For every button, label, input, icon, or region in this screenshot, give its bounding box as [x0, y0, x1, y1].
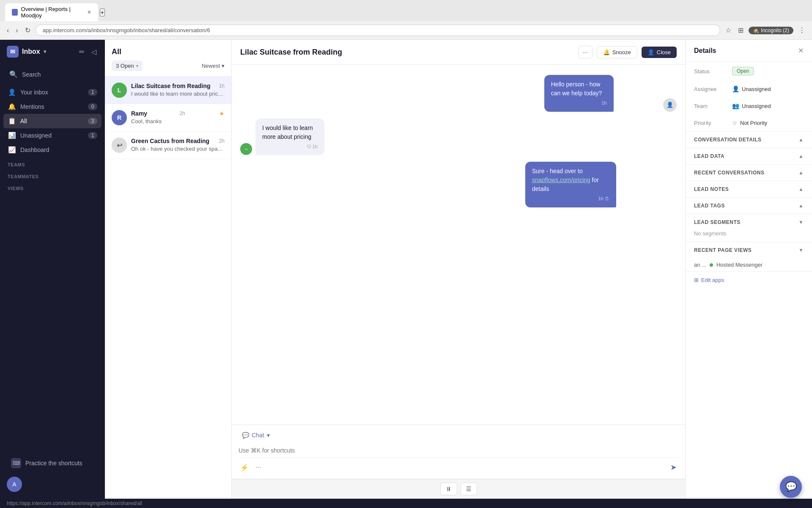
msg-time-1: 1h [551, 99, 607, 107]
conv-info-1: Lilac Suitcase from Reading 1h I would l… [131, 83, 225, 97]
filter-chevron: ▾ [136, 64, 138, 68]
edit-apps-label: Edit apps [701, 277, 724, 283]
lead-notes-section: LEAD NOTES ▲ [686, 181, 812, 198]
sidebar-logo-icon: ✉ [7, 46, 19, 58]
sort-dropdown[interactable]: Newest ▾ [202, 63, 225, 69]
more-options-btn[interactable]: ··· [578, 46, 593, 58]
details-title: Details [694, 47, 716, 55]
conv-time-3: 2h [219, 138, 225, 144]
chat-header: Lilac Suitcase from Reading ··· 🔔 Snooze… [232, 40, 685, 65]
inbox-badge: 1 [88, 89, 97, 96]
intercom-chat-bubble[interactable]: 💬 [780, 476, 802, 498]
pause-btn[interactable]: ⏸ [440, 483, 457, 495]
search-item[interactable]: 🔍 Search [5, 67, 100, 82]
active-tab[interactable]: Overview | Reports | Moodjoy ✕ [5, 3, 98, 21]
conv-item-2[interactable]: R Ramy 2h ★ Cool, thanks [105, 104, 231, 132]
all-badge: 3 [88, 118, 97, 124]
conv-item-3[interactable]: ↩ Green Cactus from Reading 2h Oh ok - h… [105, 132, 231, 159]
status-label: Status [694, 68, 732, 75]
lightning-btn[interactable]: ⚡ [239, 462, 250, 473]
conv-preview-3: Oh ok - have you checked your spam? [131, 146, 225, 152]
recent-convs-header[interactable]: RECENT CONVERSATIONS ▲ [686, 165, 812, 181]
priority-text: Not Priority [740, 120, 767, 126]
sidebar-item-dashboard[interactable]: 📈 Dashboard [3, 143, 102, 157]
chat-input-field[interactable] [239, 444, 678, 457]
back-btn[interactable]: ‹ [5, 25, 11, 36]
bookmark-btn[interactable]: ☆ [724, 25, 733, 36]
compose-btn[interactable]: ✏ [77, 46, 86, 58]
details-panel: Details ✕ Status Open Assignee 👤 Unassig… [685, 40, 812, 499]
section-teammates: TEAMMATES [0, 169, 105, 181]
lead-segments-header[interactable]: LEAD SEGMENTS ▼ [686, 214, 812, 230]
new-tab-btn[interactable]: + [100, 8, 105, 17]
conv-avatar-2: R [112, 110, 127, 125]
lead-segments-section: LEAD SEGMENTS ▼ No segments [686, 214, 812, 242]
conv-details-header[interactable]: CONVERSATION DETAILS ▲ [686, 132, 812, 148]
chat-type-btn[interactable]: 💬 Chat ▾ [239, 430, 273, 440]
sidebar-item-all[interactable]: 📋 All 3 [3, 114, 102, 128]
section-views: VIEWS [0, 181, 105, 193]
lead-segments-chevron: ▼ [798, 219, 804, 225]
reload-btn[interactable]: ↻ [23, 25, 32, 36]
msg-time-3: 1h 🗒 [532, 195, 609, 202]
conv-details-title: CONVERSATION DETAILS [694, 137, 762, 143]
lead-tags-title: LEAD TAGS [694, 203, 725, 209]
search-icon: 🔍 [9, 70, 18, 78]
lead-data-header[interactable]: LEAD DATA ▲ [686, 148, 812, 164]
filter-open-badge[interactable]: 3 Open ▾ [112, 61, 143, 71]
recent-convs-chevron: ▲ [798, 170, 804, 176]
menu-btn[interactable]: ⋮ [797, 25, 807, 36]
conv-list-filters: 3 Open ▾ Newest ▾ [112, 61, 225, 71]
edit-apps-btn[interactable]: ⊞ Edit apps [694, 277, 724, 283]
snooze-btn[interactable]: 🔔 Snooze [597, 46, 637, 58]
filter-label: 3 Open [116, 63, 134, 69]
page-views-header[interactable]: RECENT PAGE VIEWS ▼ [686, 242, 812, 258]
chat-type-row: 💬 Chat ▾ [239, 430, 678, 440]
msg-bubble-2: I would like to learn more about pricing… [255, 119, 324, 155]
star-icon: ★ [219, 110, 225, 117]
tab-close-btn[interactable]: ✕ [87, 9, 91, 15]
msg-time-2: 🗨 1h [262, 143, 318, 150]
sort-chevron-icon: ▾ [222, 63, 225, 69]
chat-header-actions: ··· 🔔 Snooze 👤 Close [578, 46, 677, 58]
list-btn[interactable]: ☰ [461, 483, 477, 495]
sidebar-item-label: Mentions [20, 103, 44, 110]
address-bar[interactable]: app.intercom.com/a/inbox/nnsgmgob/inbox/… [36, 25, 721, 36]
sidebar-item-mentions[interactable]: 🔔 Mentions 0 [3, 99, 102, 114]
sidebar-item-your-inbox[interactable]: 👤 Your inbox 1 [3, 85, 102, 99]
chat-input-area: 💬 Chat ▾ ⚡ ··· ➤ [232, 425, 685, 479]
pricing-link[interactable]: snapflows.com/pricing [532, 177, 590, 183]
assignee-icon: 👤 [732, 86, 739, 92]
conv-name-row-3: Green Cactus from Reading 2h [131, 138, 225, 144]
priority-row: Priority ☆ Not Priority [686, 114, 812, 131]
lead-notes-header[interactable]: LEAD NOTES ▲ [686, 181, 812, 197]
conv-preview-2: Cool, thanks [131, 118, 225, 124]
lead-data-section: LEAD DATA ▲ [686, 148, 812, 165]
profile-btn[interactable]: ⊞ [736, 25, 745, 36]
browser-nav: ‹ › ↻ app.intercom.com/a/inbox/nnsgmgob/… [0, 21, 812, 40]
more-input-btn[interactable]: ··· [254, 462, 263, 473]
sort-label: Newest [202, 63, 220, 69]
close-btn[interactable]: 👤 Close [642, 47, 677, 58]
user-avatar[interactable]: A [7, 477, 22, 492]
conv-list-title: All [112, 47, 225, 56]
browser-tabs: Overview | Reports | Moodjoy ✕ + [5, 3, 807, 21]
collapse-btn[interactable]: ◁ [90, 46, 98, 58]
edit-apps-icon: ⊞ [694, 277, 699, 283]
send-btn[interactable]: ➤ [669, 461, 678, 474]
lead-tags-header[interactable]: LEAD TAGS ▲ [686, 198, 812, 214]
incognito-label: Incognito (2) [761, 28, 789, 33]
sidebar-practice-shortcuts[interactable]: ⌨ Practice the shortcuts [7, 455, 98, 472]
forward-btn[interactable]: › [14, 25, 19, 36]
details-close-btn[interactable]: ✕ [798, 47, 804, 55]
sidebar-header: ✉ Inbox ▾ ✏ ◁ [0, 40, 105, 64]
conv-item-1[interactable]: L Lilac Suitcase from Reading 1h I would… [105, 77, 231, 104]
team-label: Team [694, 103, 732, 109]
page-view-item: an ... Hosted Messenger [686, 258, 812, 271]
msg-row-1: Hello person - how can we help today? 1h… [240, 75, 677, 112]
lead-segments-title: LEAD SEGMENTS [694, 219, 741, 225]
sidebar-item-unassigned[interactable]: 📊 Unassigned 1 [3, 128, 102, 143]
section-teams: TEAMS [0, 157, 105, 169]
chat-input-actions: ⚡ ··· ➤ [239, 457, 678, 474]
assignee-value: 👤 Unassigned [732, 86, 771, 92]
